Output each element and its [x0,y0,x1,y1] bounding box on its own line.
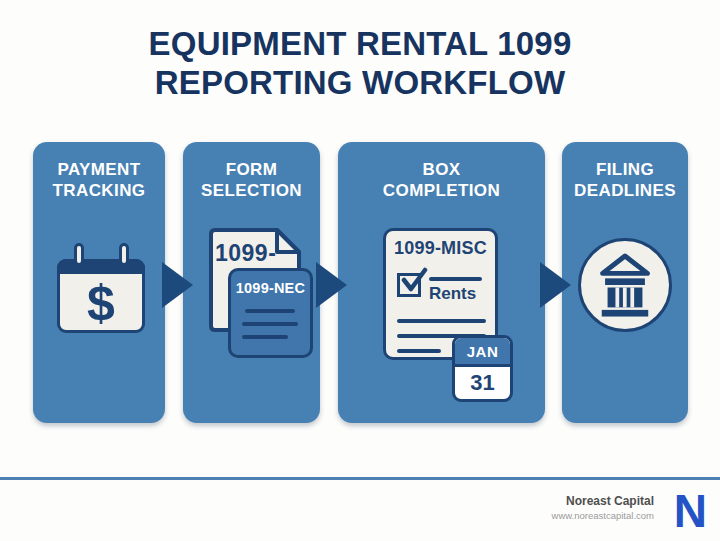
dollar-sign: $ [87,274,115,332]
calendar-peg-icon [119,243,129,266]
infographic-canvas: EQUIPMENT RENTAL 1099 REPORTING WORKFLOW… [0,0,720,541]
calendar-dollar-icon: $ [57,243,145,333]
calendar-month: JAN [455,338,510,367]
step-label: FORM SELECTION [184,159,320,201]
title-line-2: REPORTING WORKFLOW [0,63,720,102]
bank-building-icon [586,246,664,324]
form-name-label: 1099-MISC [386,238,495,259]
doc-line [242,322,298,326]
checkmark-icon [399,267,429,297]
calendar-header-bar [57,259,145,274]
page-title: EQUIPMENT RENTAL 1099 REPORTING WORKFLOW [0,24,720,102]
folded-corner-icon [277,230,299,252]
calendar-day: 31 [455,367,510,398]
step-card-form-selection: FORM SELECTION 1099- 1099-NEC [183,142,320,423]
step-card-box-completion: BOX COMPLETION 1099-MISC Rents JAN 31 [338,142,545,423]
flow-arrow-icon [162,262,193,308]
doc-line [397,319,486,323]
step-label: PAYMENT TRACKING [33,159,165,201]
doc-line [429,277,482,281]
deadline-calendar-icon: JAN 31 [452,335,513,402]
flow-arrow-icon [316,262,347,308]
step-card-payment-tracking: PAYMENT TRACKING $ [33,142,165,423]
box-label: Rents [429,284,476,304]
title-line-1: EQUIPMENT RENTAL 1099 [0,24,720,63]
doc-line [245,309,295,313]
brand-url: www.noreastcapital.com [552,510,654,521]
step-card-filing-deadlines: FILING DEADLINES [562,142,688,423]
doc-line [242,335,288,339]
calendar-peg-icon [74,243,84,266]
footer-divider [0,477,720,480]
step-label: FILING DEADLINES [562,159,688,201]
footer-brand: Noreast Capital www.noreastcapital.com [552,494,654,521]
bank-circle-badge [578,238,672,332]
brand-name: Noreast Capital [552,494,654,508]
step-label: BOX COMPLETION [374,159,510,201]
brand-logo: N [674,487,707,535]
front-form-label: 1099-NEC [231,280,310,296]
flow-arrow-icon [540,262,571,308]
back-form-label: 1099- [215,240,276,267]
doc-line [397,349,441,353]
nec-form-icon: 1099-NEC [228,268,313,358]
